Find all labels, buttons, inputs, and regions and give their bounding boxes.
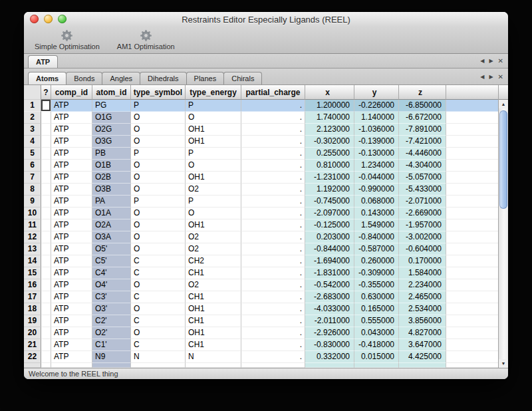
cell-x[interactable]: 1.740000 (305, 112, 354, 124)
cell-flag[interactable] (41, 327, 51, 339)
cell-atom-id[interactable]: C5' (92, 255, 131, 267)
cell-flag[interactable] (41, 351, 51, 363)
cell-z[interactable]: -6.850000 (399, 100, 446, 112)
cell-type-energy[interactable]: CH2 (186, 255, 241, 267)
cell-y[interactable]: 0.015000 (354, 351, 399, 363)
cell-type-symbol[interactable]: O (131, 136, 186, 148)
table-row[interactable]: 22ATPN9NN.0.3320000.0150004.425000 (24, 351, 498, 363)
cell-x[interactable]: -1.694000 (305, 255, 354, 267)
cell-z[interactable]: 0.170000 (399, 255, 446, 267)
cell-type-symbol[interactable]: P (131, 196, 186, 207)
cell-y[interactable]: 1.140000 (354, 112, 399, 124)
cell-partial-charge[interactable]: . (241, 219, 305, 231)
table-row[interactable]: 2ATPO1GOO.1.7400001.140000-6.672000 (24, 112, 498, 124)
cell-x[interactable]: -2.926000 (305, 327, 354, 339)
minimize-window-button[interactable] (44, 15, 53, 23)
cell-type-energy[interactable]: O2 (186, 243, 241, 255)
cell-type-symbol[interactable]: N (131, 351, 186, 363)
cell-flag[interactable] (41, 148, 51, 160)
cell-atom-id[interactable]: O3B (92, 184, 131, 196)
column-header-type-symbol[interactable]: type_symbol (131, 85, 186, 100)
cell-partial-charge[interactable]: . (241, 100, 305, 112)
tab-scroll-left-icon[interactable]: ◀ (480, 58, 484, 64)
cell-y[interactable]: -0.418000 (354, 339, 399, 351)
cell-y[interactable]: 0.068000 (354, 196, 399, 207)
cell-y[interactable]: -0.226000 (354, 100, 399, 112)
cell-atom-id[interactable]: O3A (92, 231, 131, 243)
cell-type-energy[interactable]: OH1 (186, 303, 241, 315)
cell-type-energy[interactable]: OH1 (186, 136, 241, 148)
cell-partial-charge[interactable]: . (241, 303, 305, 315)
cell-z[interactable]: -7.421000 (399, 136, 446, 148)
cell-z[interactable]: 2.465000 (399, 291, 446, 303)
tab-angles[interactable]: Angles (102, 72, 140, 84)
cell-y[interactable]: -0.130000 (354, 148, 399, 160)
cell-y[interactable]: 1.234000 (354, 160, 399, 172)
scroll-down-button[interactable]: ▼ (499, 359, 508, 368)
cell-type-energy[interactable]: OH1 (186, 327, 241, 339)
cell-atom-id[interactable]: O2' (92, 327, 131, 339)
cell-type-symbol[interactable]: O (131, 243, 186, 255)
cell-atom-id[interactable]: PB (92, 148, 131, 160)
cell-y[interactable]: -0.139000 (354, 136, 399, 148)
cell-z[interactable]: -2.071000 (399, 196, 446, 207)
cell-z[interactable]: 3.856000 (399, 315, 446, 327)
table-row[interactable]: 16ATPO4'OO2.-0.542000-0.3550002.234000 (24, 279, 498, 291)
cell-comp-id[interactable]: ATP (51, 267, 92, 279)
cell-atom-id[interactable]: PG (92, 100, 131, 112)
cell-flag[interactable] (41, 315, 51, 327)
cell-flag[interactable] (41, 136, 51, 148)
cell-y[interactable]: 0.165000 (354, 303, 399, 315)
cell-y[interactable]: -0.309000 (354, 267, 399, 279)
cell-y[interactable]: 0.555000 (354, 315, 399, 327)
tab-bonds[interactable]: Bonds (66, 72, 102, 84)
cell-x[interactable]: 0.810000 (305, 160, 354, 172)
cell-atom-id[interactable]: O1B (92, 160, 131, 172)
cell-flag[interactable] (41, 160, 51, 172)
cell-z[interactable]: 3.647000 (399, 339, 446, 351)
cell-type-symbol[interactable]: O (131, 303, 186, 315)
tab-dihedrals[interactable]: Dihedrals (140, 72, 186, 84)
tab-close-icon[interactable]: ✕ (498, 73, 503, 80)
cell-atom-id[interactable]: O2B (92, 172, 131, 184)
table-row[interactable]: 1ATPPGPP.1.200000-0.226000-6.850000 (24, 100, 498, 112)
cell-atom-id[interactable]: PA (92, 196, 131, 207)
cell-z[interactable]: 2.234000 (399, 279, 446, 291)
column-header-type-energy[interactable]: type_energy (186, 85, 241, 100)
cell-comp-id[interactable]: ATP (51, 172, 92, 184)
cell-type-energy[interactable]: O (186, 207, 241, 219)
cell-partial-charge[interactable]: . (241, 315, 305, 327)
cell-comp-id[interactable]: ATP (51, 291, 92, 303)
cell-atom-id[interactable]: O2G (92, 124, 131, 136)
cell-atom-id[interactable]: C1' (92, 339, 131, 351)
cell-flag[interactable] (41, 279, 51, 291)
cell-type-energy[interactable]: O2 (186, 279, 241, 291)
table-row[interactable]: 11ATPO2AOOH1.-0.1250001.549000-1.957000 (24, 219, 498, 231)
tab-scroll-right-icon[interactable]: ▶ (489, 74, 493, 80)
cell-x[interactable]: -0.125000 (305, 219, 354, 231)
cell-partial-charge[interactable]: . (241, 231, 305, 243)
cell-partial-charge[interactable]: . (241, 184, 305, 196)
cell-partial-charge[interactable]: . (241, 207, 305, 219)
cell-z[interactable]: -4.446000 (399, 148, 446, 160)
table-row[interactable]: 10ATPO1AOO.-2.0970000.143000-2.669000 (24, 207, 498, 219)
cell-type-energy[interactable]: P (186, 148, 241, 160)
cell-atom-id[interactable]: C2' (92, 315, 131, 327)
scrollbar-thumb[interactable] (499, 110, 507, 209)
cell-type-energy[interactable]: CH1 (186, 339, 241, 351)
cell-z[interactable]: 2.534000 (399, 303, 446, 315)
cell-x[interactable]: -0.542000 (305, 279, 354, 291)
cell-type-energy[interactable]: O2 (186, 184, 241, 196)
titlebar[interactable]: Restraints Editor Especially Ligands (RE… (24, 12, 508, 27)
table-row[interactable]: 14ATPC5'CCH2.-1.6940000.2600000.170000 (24, 255, 498, 267)
table-row[interactable]: 19ATPC2'CCH1.-2.0110000.5550003.856000 (24, 315, 498, 327)
cell-atom-id[interactable]: C3' (92, 291, 131, 303)
cell-flag[interactable] (41, 184, 51, 196)
cell-atom-id[interactable]: O4' (92, 279, 131, 291)
cell-x[interactable]: -4.033000 (305, 303, 354, 315)
cell-y[interactable]: 1.549000 (354, 219, 399, 231)
cell-x[interactable]: -1.231000 (305, 172, 354, 184)
cell-partial-charge[interactable]: . (241, 267, 305, 279)
cell-flag[interactable] (41, 124, 51, 136)
cell-partial-charge[interactable]: . (241, 112, 305, 124)
